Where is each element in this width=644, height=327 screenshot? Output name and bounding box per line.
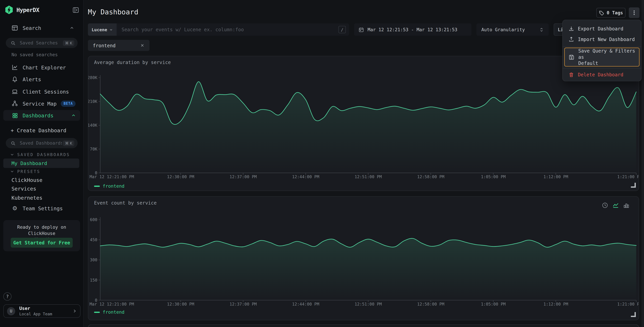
legend-swatch (94, 312, 100, 313)
upload-icon (568, 36, 574, 42)
tags-button[interactable]: 0 Tags (596, 8, 626, 18)
sidebar-item-label: Search (23, 25, 41, 31)
download-icon (568, 26, 574, 32)
svg-text:210K: 210K (88, 99, 98, 104)
kebab-icon (631, 10, 637, 16)
vertical-scrollbar[interactable] (642, 0, 644, 327)
collapse-sidebar-button[interactable] (72, 6, 79, 13)
tags-label: 0 Tags (607, 10, 623, 16)
svg-text:12:30:00 PM: 12:30:00 PM (167, 302, 194, 306)
preset-clickhouse[interactable]: ClickHouse (12, 177, 42, 183)
avatar: U (7, 307, 15, 315)
sidebar-item-client-sessions[interactable]: Client Sessions (5, 87, 78, 96)
svg-text:70K: 70K (90, 146, 97, 152)
search-icon (11, 141, 16, 146)
create-dashboard-button[interactable]: + Create Dashboard (11, 127, 66, 134)
line-chart-view-button[interactable] (612, 202, 619, 208)
sidebar-item-label: Alerts (23, 76, 41, 82)
preset-kubernetes[interactable]: Kubernetes (12, 194, 42, 201)
page-title: My Dashboard (88, 8, 138, 16)
laptop-icon (12, 88, 18, 95)
get-started-button[interactable]: Get Started for Free (11, 238, 73, 248)
granularity-select[interactable]: Auto Granularity (476, 24, 549, 36)
calendar-icon (358, 27, 364, 32)
sidebar-item-chart-explorer[interactable]: Chart Explorer (5, 62, 78, 72)
section-presets[interactable]: PRESETS (10, 169, 78, 174)
chart-title: Event count by service (94, 200, 156, 206)
svg-text:140K: 140K (88, 123, 98, 128)
sidebar-item-search[interactable]: Search (5, 23, 78, 33)
legend-label: frontend (103, 184, 124, 189)
filter-tag-frontend[interactable]: frontend (88, 40, 150, 51)
chart-card-event-count: Event count by service 0150300450600Mar … (88, 196, 639, 320)
chevron-up-icon (70, 26, 74, 30)
legend-item[interactable]: frontend (94, 184, 124, 189)
date-range-picker[interactable]: Mar 12 12:21:53 - Mar 12 13:21:53 (354, 24, 472, 36)
sidebar: HyperDX Search ⌘ K (0, 0, 84, 327)
resize-handle[interactable] (631, 183, 636, 188)
area-chart-icon (612, 202, 619, 208)
menu-divider (563, 68, 641, 68)
search-icon (11, 40, 16, 45)
sidebar-item-team-settings[interactable]: ⚙ Team Settings (5, 203, 78, 213)
help-button[interactable]: ? (3, 292, 12, 301)
svg-text:Mar 12 12:21:00 PM: Mar 12 12:21:00 PM (90, 302, 134, 306)
svg-text:1:21:00 PM: 1:21:00 PM (617, 174, 639, 179)
saved-dashboards-input[interactable]: ⌘ K (6, 138, 78, 148)
menu-item-save-default[interactable]: Save Query & Filters as Default (564, 48, 640, 66)
svg-text:1:12:00 PM: 1:12:00 PM (544, 174, 568, 179)
sidebar-item-alerts[interactable]: Alerts (5, 74, 78, 84)
section-label: PRESETS (17, 169, 40, 174)
close-icon[interactable] (140, 43, 145, 48)
sidebar-item-label: Chart Explorer (23, 64, 66, 70)
section-saved-dashboards[interactable]: SAVED DASHBOARDS (10, 152, 78, 157)
menu-item-delete-dashboard[interactable]: Delete Dashboard (564, 70, 640, 80)
svg-text:450: 450 (90, 237, 97, 242)
saved-dashboards-field[interactable] (19, 140, 63, 146)
legend-item[interactable]: frontend (94, 310, 124, 315)
resize-handle[interactable] (631, 312, 636, 317)
event-search-bar: Lucene / (88, 24, 349, 36)
svg-text:280K: 280K (88, 75, 98, 80)
panel-collapse-icon (72, 6, 79, 13)
updown-chevrons-icon (539, 27, 544, 32)
sidebar-item-my-dashboard[interactable]: My Dashboard (3, 158, 79, 168)
preset-services[interactable]: Services (12, 186, 36, 192)
slash-shortcut-hint: / (338, 26, 346, 33)
user-name: User (19, 306, 52, 311)
menu-divider (563, 46, 641, 47)
shortcut-hint: ⌘ K (63, 140, 74, 146)
menu-item-label: Delete Dashboard (578, 72, 624, 78)
search-input[interactable] (116, 27, 338, 32)
query-language-dropdown[interactable]: Lucene (88, 24, 116, 36)
menu-item-export-dashboard[interactable]: Export Dashboard (564, 24, 640, 34)
sidebar-item-label: Team Settings (23, 205, 63, 211)
line-chart-plot: 070K140K210K280KMar 12 12:21:00 PM12:30:… (88, 56, 639, 190)
chevron-right-icon (72, 309, 77, 313)
sidebar-item-label: Client Sessions (23, 88, 69, 94)
dashboard-menu-button[interactable] (629, 8, 640, 18)
saved-searches-field[interactable] (19, 40, 63, 46)
menu-item-import-dashboard[interactable]: Import New Dashboard (564, 34, 640, 45)
query-language-label: Lucene (92, 27, 107, 32)
bar-chart-view-button[interactable] (623, 202, 630, 208)
bell-icon (12, 76, 18, 82)
sidebar-item-label: Dashboards (23, 112, 54, 118)
chart-card-avg-duration: Average duration by service 070K140K210K… (88, 56, 639, 191)
saved-searches-input[interactable]: ⌘ K (6, 38, 78, 48)
svg-text:1:21:00 PM: 1:21:00 PM (617, 302, 639, 306)
legend-swatch (94, 186, 100, 187)
sidebar-item-service-map[interactable]: Service Map BETA (5, 98, 78, 108)
line-chart-plot: 0150300450600Mar 12 12:21:00 PM12:30:00 … (88, 197, 639, 320)
user-card[interactable]: U User Local App Team (3, 304, 80, 318)
svg-text:1:05:00 PM: 1:05:00 PM (481, 302, 506, 306)
time-settings-button[interactable] (601, 202, 608, 208)
clickhouse-cloud-promo: Ready to deploy on ClickHouse Cloud? Get… (3, 220, 80, 251)
svg-text:12:58:00 PM: 12:58:00 PM (417, 174, 444, 179)
app-name: HyperDX (16, 6, 39, 13)
svg-text:1:12:00 PM: 1:12:00 PM (544, 302, 568, 306)
chart-explorer-icon (12, 64, 18, 70)
sidebar-item-dashboards[interactable]: Dashboards (3, 110, 80, 121)
tag-icon (599, 10, 604, 16)
svg-text:12:51:00 PM: 12:51:00 PM (354, 174, 382, 179)
